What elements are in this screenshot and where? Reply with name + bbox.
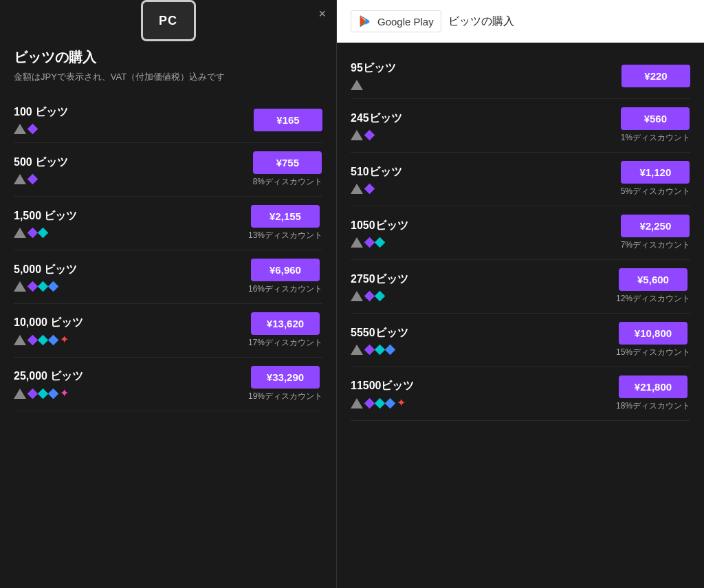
purple-diamond-icon xyxy=(28,227,38,238)
bits-item-icons xyxy=(14,228,77,238)
purple-diamond-icon xyxy=(28,281,38,292)
teal-diamond-icon xyxy=(38,281,49,292)
price-button[interactable]: ¥21,800 xyxy=(619,375,688,398)
discount-label: 12%ディスカウント xyxy=(616,293,690,305)
pc-icon: PC xyxy=(141,0,196,41)
gray-triangle-icon xyxy=(14,281,26,292)
bits-item: 95ビッツ¥220 xyxy=(351,53,690,99)
purple-diamond-icon xyxy=(364,344,375,355)
price-button[interactable]: ¥5,600 xyxy=(619,268,688,291)
bits-item-name: 245ビッツ xyxy=(351,111,402,126)
bits-item-right: ¥5601%ディスカウント xyxy=(621,107,690,144)
bits-item-icons xyxy=(14,174,68,184)
bits-item-icons xyxy=(351,80,396,90)
bits-item-name: 5,000 ビッツ xyxy=(14,263,77,277)
bits-item-icons xyxy=(14,124,68,134)
bits-item: 2750ビッツ¥5,60012%ディスカウント xyxy=(351,260,690,314)
left-panel-subtitle: 金額はJPYで表示され、VAT（付加価値税）込みです xyxy=(14,71,322,83)
gray-triangle-icon xyxy=(14,124,26,134)
discount-label: 16%ディスカウント xyxy=(248,283,322,295)
price-button[interactable]: ¥13,620 xyxy=(251,312,320,335)
discount-label: 8%ディスカウント xyxy=(253,176,322,188)
gray-triangle-icon xyxy=(14,389,26,399)
right-panel: Google Play ビッツの購入 95ビッツ¥220245ビッツ¥5601%… xyxy=(337,0,704,588)
bits-item-name: 1050ビッツ xyxy=(351,219,408,233)
gray-triangle-icon xyxy=(351,184,363,194)
bits-item-name: 100 ビッツ xyxy=(14,105,68,120)
bits-item-icons xyxy=(351,237,408,248)
bits-item-icons: ✦ xyxy=(351,398,415,409)
right-header: Google Play ビッツの購入 xyxy=(337,0,704,43)
bits-item-icons xyxy=(351,345,408,355)
price-button[interactable]: ¥560 xyxy=(621,107,690,130)
purple-diamond-icon xyxy=(28,388,38,399)
left-panel: PC × ビッツの購入 金額はJPYで表示され、VAT（付加価値税）込みです 1… xyxy=(0,0,337,588)
gray-triangle-icon xyxy=(351,291,363,301)
bits-item-left: 11500ビッツ✦ xyxy=(351,379,415,409)
price-button[interactable]: ¥1,120 xyxy=(621,161,690,184)
right-panel-title: ビッツの購入 xyxy=(448,14,514,29)
purple-diamond-icon xyxy=(364,398,375,409)
left-panel-title: ビッツの購入 xyxy=(14,48,322,67)
teal-diamond-icon xyxy=(38,334,49,345)
gray-triangle-icon xyxy=(351,80,363,90)
purple-diamond-icon xyxy=(364,237,375,248)
bits-item: 510ビッツ¥1,1205%ディスカウント xyxy=(351,153,690,206)
red-star-icon: ✦ xyxy=(60,334,69,345)
purple-diamond-icon xyxy=(364,183,375,194)
bits-item: 245ビッツ¥5601%ディスカウント xyxy=(351,99,690,153)
discount-label: 1%ディスカウント xyxy=(621,132,690,144)
price-button[interactable]: ¥165 xyxy=(254,109,322,131)
bits-item-right: ¥21,80018%ディスカウント xyxy=(616,375,690,412)
bits-item-icons xyxy=(351,184,402,194)
discount-label: 17%ディスカウント xyxy=(248,337,322,349)
price-button[interactable]: ¥220 xyxy=(622,65,690,87)
price-button[interactable]: ¥6,960 xyxy=(251,259,320,281)
bits-item-left: 5550ビッツ xyxy=(351,326,408,355)
bits-item-icons: ✦ xyxy=(14,334,83,345)
bits-item-left: 95ビッツ xyxy=(351,61,396,90)
gray-triangle-icon xyxy=(351,398,363,409)
bits-item: 5,000 ビッツ¥6,96016%ディスカウント xyxy=(14,250,322,304)
bits-item-right: ¥2,2507%ディスカウント xyxy=(621,215,690,251)
bits-item-right: ¥7558%ディスカウント xyxy=(253,151,322,188)
bits-item-left: 25,000 ビッツ✦ xyxy=(14,369,83,399)
google-play-logo: Google Play xyxy=(351,10,441,32)
left-bits-list: 100 ビッツ¥165500 ビッツ¥7558%ディスカウント1,500 ビッツ… xyxy=(14,97,322,411)
discount-label: 13%ディスカウント xyxy=(248,230,322,241)
teal-diamond-icon xyxy=(375,344,386,355)
bits-item-right: ¥13,62017%ディスカウント xyxy=(248,312,322,349)
bits-item-icons xyxy=(351,291,408,301)
discount-label: 18%ディスカウント xyxy=(616,400,690,412)
price-button[interactable]: ¥2,250 xyxy=(621,215,690,237)
close-button[interactable]: × xyxy=(318,7,326,21)
price-button[interactable]: ¥2,155 xyxy=(251,205,320,228)
bits-item: 1,500 ビッツ¥2,15513%ディスカウント xyxy=(14,197,322,250)
bits-item: 5550ビッツ¥10,80015%ディスカウント xyxy=(351,314,690,367)
discount-label: 7%ディスカウント xyxy=(621,239,690,251)
bits-item-name: 2750ビッツ xyxy=(351,272,408,287)
price-button[interactable]: ¥755 xyxy=(253,151,322,174)
discount-label: 15%ディスカウント xyxy=(616,347,690,358)
price-button[interactable]: ¥10,800 xyxy=(619,322,688,345)
gray-triangle-icon xyxy=(14,335,26,345)
bits-item-left: 10,000 ビッツ✦ xyxy=(14,316,83,345)
bits-item-left: 510ビッツ xyxy=(351,165,402,194)
left-content: ビッツの購入 金額はJPYで表示され、VAT（付加価値税）込みです 100 ビッ… xyxy=(0,0,336,425)
blue-diamond-icon xyxy=(48,334,59,345)
bits-item-icons xyxy=(351,130,402,140)
red-star-icon: ✦ xyxy=(397,398,406,409)
bits-item: 500 ビッツ¥7558%ディスカウント xyxy=(14,143,322,197)
bits-item-right: ¥33,29019%ディスカウント xyxy=(248,366,322,402)
purple-diamond-icon xyxy=(28,173,38,184)
bits-item-left: 5,000 ビッツ xyxy=(14,263,77,292)
gray-triangle-icon xyxy=(351,130,363,140)
bits-item-left: 100 ビッツ xyxy=(14,105,68,134)
blue-diamond-icon xyxy=(385,344,396,355)
bits-item: 100 ビッツ¥165 xyxy=(14,97,322,143)
bits-item-left: 500 ビッツ xyxy=(14,155,68,184)
purple-diamond-icon xyxy=(364,129,375,140)
bits-item-right: ¥220 xyxy=(622,65,690,87)
price-button[interactable]: ¥33,290 xyxy=(251,366,320,389)
teal-diamond-icon xyxy=(375,290,386,301)
